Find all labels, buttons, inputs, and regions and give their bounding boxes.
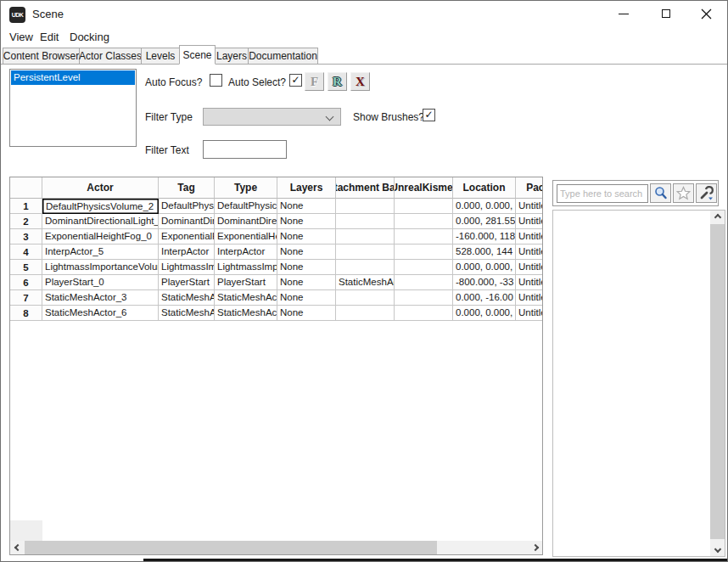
scroll-right-button[interactable] [528, 541, 542, 554]
horizontal-scrollbar-thumb[interactable] [25, 541, 437, 554]
cell-tag[interactable]: LightmassImportanceVolume [159, 260, 215, 275]
cell-kismet[interactable] [395, 199, 453, 214]
focus-button[interactable]: F [305, 72, 324, 91]
cell-attachment[interactable] [336, 306, 395, 321]
cell-type[interactable]: LightmassImportanceVolume [215, 260, 277, 275]
cell-kismet[interactable] [395, 275, 453, 290]
row-index-header[interactable] [10, 177, 42, 199]
vertical-scrollbar-thumb[interactable] [710, 224, 725, 539]
cell-actor[interactable]: DefaultPhysicsVolume_2 [42, 199, 159, 214]
cell-layers[interactable]: None [277, 275, 336, 290]
menu-view[interactable]: View [9, 31, 33, 43]
list-item-persistent-level[interactable]: PersistentLevel [11, 70, 135, 85]
tab-layers[interactable]: Layers [215, 48, 249, 64]
cell-actor[interactable]: DominantDirectionalLight_0 [42, 214, 159, 229]
menu-docking[interactable]: Docking [70, 31, 109, 43]
cell-location[interactable]: 0.000, 0.000, [453, 260, 516, 275]
cell-type[interactable]: InterpActor [215, 244, 277, 260]
cell-type[interactable]: StaticMeshActor [215, 306, 277, 321]
cell-attachment[interactable] [336, 290, 395, 306]
cell-actor[interactable]: ExponentialHeightFog_0 [42, 229, 159, 244]
cell-attachment[interactable] [336, 199, 395, 214]
row-number[interactable]: 8 [10, 306, 42, 321]
column-header-layers[interactable]: Layers [277, 177, 336, 199]
cell-location[interactable]: -160.000, 118 [453, 229, 516, 244]
cell-kismet[interactable] [395, 306, 453, 321]
menu-edit[interactable]: Edit [40, 31, 59, 43]
cell-tag[interactable]: ExponentialHeightFog [159, 229, 215, 244]
filter-type-dropdown[interactable] [203, 108, 341, 126]
cell-package[interactable]: Untitled [516, 214, 542, 229]
search-input[interactable] [557, 184, 648, 203]
cell-location[interactable]: 0.000, -16.00 [453, 290, 516, 306]
cell-tag[interactable]: StaticMeshActor [159, 306, 215, 321]
refresh-button[interactable]: R [328, 72, 347, 91]
cell-location[interactable]: 0.000, 0.000, [453, 199, 516, 214]
cell-location[interactable]: -800.000, -33 [453, 275, 516, 290]
cell-kismet[interactable] [395, 229, 453, 244]
tab-documentation[interactable]: Documentation [248, 48, 318, 64]
cell-attachment[interactable] [336, 214, 395, 229]
auto-focus-checkbox[interactable] [210, 74, 222, 87]
cell-package[interactable]: Untitled [516, 199, 542, 214]
cell-location[interactable]: 0.000, 281.55 [453, 214, 516, 229]
cell-type[interactable]: DefaultPhysicsVolume [215, 199, 277, 214]
close-button[interactable] [690, 3, 722, 25]
cell-package[interactable]: Untitled [516, 275, 542, 290]
scroll-up-button[interactable] [710, 211, 725, 224]
cell-actor[interactable]: PlayerStart_0 [42, 275, 159, 290]
row-number[interactable]: 4 [10, 244, 42, 260]
column-header-location[interactable]: Location [453, 177, 516, 199]
cell-actor[interactable]: LightmassImportanceVolume [42, 260, 159, 275]
scroll-down-button[interactable] [710, 542, 725, 556]
cell-location[interactable]: 0.000, 0.000, [453, 306, 516, 321]
vertical-scrollbar[interactable] [710, 211, 725, 556]
search-button[interactable] [650, 183, 671, 203]
horizontal-scrollbar[interactable] [10, 541, 542, 554]
cell-layers[interactable]: None [277, 260, 336, 275]
minimize-button[interactable] [608, 3, 640, 25]
row-number[interactable]: 6 [10, 275, 42, 290]
cell-tag[interactable]: PlayerStart [159, 275, 215, 290]
filter-text-input[interactable] [203, 140, 287, 159]
levels-listbox[interactable]: PersistentLevel [9, 69, 137, 147]
row-number[interactable]: 7 [10, 290, 42, 306]
cell-actor[interactable]: InterpActor_5 [42, 244, 159, 260]
cell-kismet[interactable] [395, 290, 453, 306]
column-header-attachment[interactable]: Attachment Base [336, 177, 395, 199]
delete-button[interactable]: X [350, 72, 370, 91]
column-header-package[interactable]: Package [516, 177, 542, 199]
cell-kismet[interactable] [395, 260, 453, 275]
cell-layers[interactable]: None [277, 199, 336, 214]
cell-layers[interactable]: None [277, 244, 336, 260]
cell-attachment[interactable]: StaticMeshActor_3 [336, 275, 395, 290]
cell-tag[interactable]: InterpActor [159, 244, 215, 260]
column-header-kismet[interactable]: UnrealKismet [395, 177, 453, 199]
scroll-left-button[interactable] [10, 541, 25, 554]
cell-type[interactable]: DominantDirectionalLight [215, 214, 277, 229]
cell-attachment[interactable] [336, 229, 395, 244]
cell-actor[interactable]: StaticMeshActor_6 [42, 306, 159, 321]
row-number[interactable]: 3 [10, 229, 42, 244]
tab-actor-classes[interactable]: Actor Classes [79, 48, 142, 64]
cell-type[interactable]: PlayerStart [215, 275, 277, 290]
cell-tag[interactable]: DefaultPhysicsVolume [159, 199, 215, 214]
cell-location[interactable]: 528.000, 144 [453, 244, 516, 260]
cell-kismet[interactable] [395, 244, 453, 260]
cell-tag[interactable]: DominantDirectionalLight [159, 214, 215, 229]
cell-type[interactable]: StaticMeshActor [215, 290, 277, 306]
titlebar[interactable]: UDK Scene [1, 1, 727, 28]
maximize-button[interactable] [650, 3, 682, 25]
column-header-tag[interactable]: Tag [159, 177, 215, 199]
show-brushes-checkbox[interactable]: ✓ [423, 109, 435, 121]
cell-package[interactable]: Untitled [516, 290, 542, 306]
cell-layers[interactable]: None [277, 290, 336, 306]
tab-scene[interactable]: Scene [179, 45, 216, 65]
cell-attachment[interactable] [336, 260, 395, 275]
cell-layers[interactable]: None [277, 214, 336, 229]
column-header-actor[interactable]: Actor [42, 177, 159, 199]
cell-layers[interactable]: None [277, 229, 336, 244]
tab-content-browser[interactable]: Content Browser [3, 48, 80, 64]
cell-tag[interactable]: StaticMeshActor [159, 290, 215, 306]
row-number[interactable]: 5 [10, 260, 42, 275]
